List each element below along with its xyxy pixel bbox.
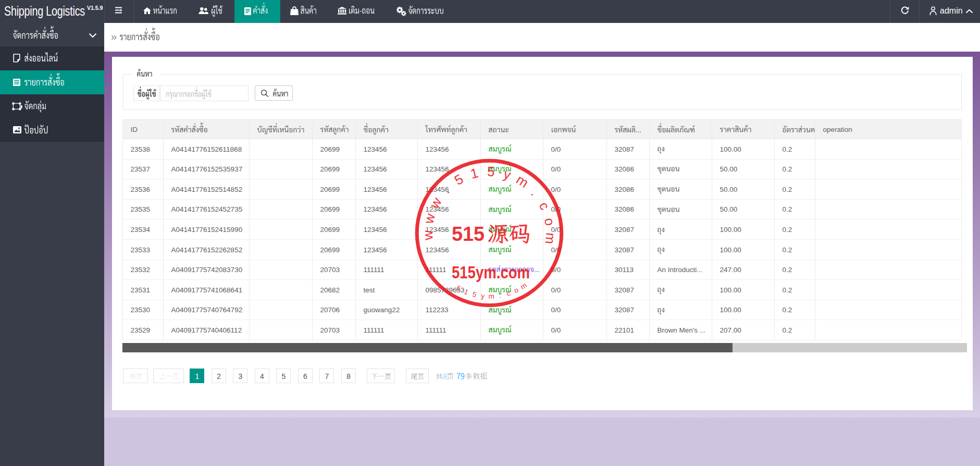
svg-text:515: 515 <box>452 223 485 245</box>
svg-text:.: . <box>498 291 501 299</box>
svg-text:1: 1 <box>463 288 469 297</box>
svg-text:.: . <box>528 186 542 199</box>
svg-text:y: y <box>481 292 485 300</box>
svg-text:y: y <box>502 166 513 182</box>
svg-text:m: m <box>519 281 528 291</box>
svg-text:5: 5 <box>472 290 477 299</box>
svg-text:5: 5 <box>487 164 495 179</box>
svg-text:w: w <box>426 195 445 212</box>
svg-text:o: o <box>513 286 519 295</box>
svg-text:c: c <box>505 289 511 298</box>
svg-text:5: 5 <box>452 171 466 188</box>
svg-text:5: 5 <box>455 284 462 293</box>
svg-text:w: w <box>420 212 438 225</box>
svg-text:c: c <box>536 199 553 212</box>
svg-text:o: o <box>541 216 558 227</box>
svg-text:.: . <box>439 183 452 197</box>
svg-text:m: m <box>488 292 494 300</box>
svg-text:1: 1 <box>469 165 480 182</box>
svg-text:m: m <box>542 232 559 244</box>
svg-text:w: w <box>420 230 436 241</box>
svg-text:515ym.com: 515ym.com <box>452 262 530 282</box>
